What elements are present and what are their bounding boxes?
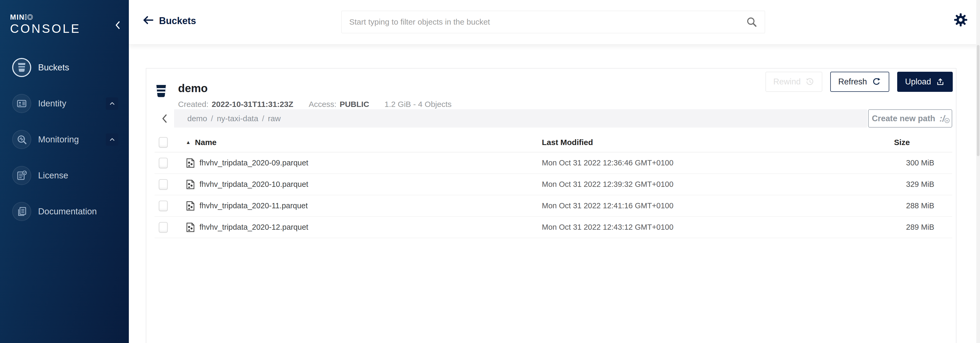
identity-icon (12, 94, 31, 113)
page-scrollbar[interactable] (976, 0, 980, 343)
table-header-row: ▲ Name Last Modified Size (154, 133, 952, 152)
bucket-name: demo (178, 83, 452, 94)
documentation-icon (12, 202, 31, 221)
chevron-left-icon (161, 114, 167, 123)
row-checkbox[interactable] (159, 158, 168, 168)
breadcrumb-item[interactable]: ny-taxi-data (217, 114, 258, 123)
object-size: 289 MiB (834, 223, 952, 231)
sidebar-item-label: Monitoring (38, 134, 79, 145)
sidebar-item-identity[interactable]: Identity (0, 86, 129, 121)
objects-table: ▲ Name Last Modified Size (154, 133, 952, 238)
page-title: Buckets (159, 15, 196, 27)
object-modified: Mon Oct 31 2022 12:39:32 GMT+0100 (542, 180, 834, 189)
create-new-path-button[interactable]: Create new path :/+ (868, 109, 952, 128)
table-row[interactable]: fhvhv_tripdata_2020-09.parquet Mon Oct 3… (154, 152, 952, 174)
upload-icon (936, 77, 945, 86)
object-file-icon (186, 179, 195, 190)
main-area: Buckets (129, 0, 980, 343)
object-modified: Mon Oct 31 2022 12:36:46 GMT+0100 (542, 158, 834, 167)
refresh-label: Refresh (838, 77, 867, 86)
object-file-icon (186, 158, 195, 168)
sidebar-item-license[interactable]: License (0, 158, 129, 193)
row-checkbox[interactable] (159, 179, 168, 190)
search-input[interactable] (349, 18, 746, 27)
sidebar-nav: Buckets Identity (0, 49, 129, 230)
object-size: 288 MiB (834, 201, 952, 210)
sidebar-item-label: License (38, 171, 68, 180)
sidebar-item-label: Documentation (38, 206, 97, 217)
path-bar: demo / ny-taxi-data / raw Create new pat… (154, 109, 952, 128)
bucket-panel: demo Created: 2022-10-31T11:31:23Z Acces… (146, 68, 956, 343)
breadcrumb-item[interactable]: demo (187, 114, 207, 123)
bucket-icon (12, 58, 31, 77)
settings-button[interactable] (953, 13, 968, 27)
upload-label: Upload (905, 77, 931, 86)
refresh-button[interactable]: Refresh (830, 72, 889, 92)
sidebar: MINIO CONSOLE Buckets (0, 0, 129, 343)
column-header-modified[interactable]: Last Modified (542, 138, 834, 147)
scrollbar-thumb[interactable] (977, 45, 980, 156)
sidebar-item-label: Buckets (38, 62, 69, 72)
row-checkbox[interactable] (159, 201, 168, 211)
name-header-label: Name (195, 138, 217, 147)
access-label: Access: (309, 100, 337, 109)
breadcrumb-separator: / (211, 114, 213, 123)
refresh-icon (872, 77, 881, 86)
sidebar-item-label: Identity (38, 99, 66, 108)
monitoring-icon (12, 130, 31, 149)
object-name: fhvhv_tripdata_2020-09.parquet (199, 158, 308, 167)
license-icon (12, 166, 31, 185)
chevron-up-icon[interactable] (106, 133, 118, 146)
logo-text-min: MIN (10, 13, 25, 21)
select-all-checkbox[interactable] (159, 137, 168, 148)
access-value: PUBLIC (340, 100, 369, 109)
object-name: fhvhv_tripdata_2020-10.parquet (199, 180, 308, 189)
table-row[interactable]: fhvhv_tripdata_2020-10.parquet Mon Oct 3… (154, 174, 952, 195)
object-filter-search (341, 11, 765, 34)
column-header-name[interactable]: ▲ Name (186, 138, 542, 147)
collapse-sidebar-button[interactable] (114, 21, 121, 30)
breadcrumb-item[interactable]: raw (268, 114, 280, 123)
object-name: fhvhv_tripdata_2020-12.parquet (199, 223, 308, 231)
table-row[interactable]: fhvhv_tripdata_2020-12.parquet Mon Oct 3… (154, 217, 952, 238)
column-header-size[interactable]: Size (834, 138, 952, 147)
chevron-up-icon[interactable] (106, 97, 118, 110)
back-arrow-icon (142, 15, 154, 26)
content-area: demo Created: 2022-10-31T11:31:23Z Acces… (129, 45, 980, 343)
object-size: 329 MiB (834, 180, 952, 189)
path-back-button[interactable] (154, 109, 174, 128)
usage-summary: 1.2 GiB - 4 Objects (385, 100, 451, 109)
sidebar-item-buckets[interactable]: Buckets (0, 49, 129, 86)
minio-logo: MINIO CONSOLE (10, 14, 81, 35)
bucket-meta: Created: 2022-10-31T11:31:23Z Access: PU… (178, 100, 452, 109)
sort-asc-icon: ▲ (186, 139, 191, 145)
back-button[interactable] (142, 15, 154, 26)
logo-text-console: CONSOLE (10, 22, 81, 35)
bucket-icon (155, 84, 167, 109)
logo-text-io: IO (25, 13, 33, 21)
settings-gear-icon (953, 13, 968, 27)
rewind-button[interactable]: Rewind (765, 72, 822, 92)
create-path-icon: :/+ (940, 113, 948, 124)
created-label: Created: (178, 100, 208, 109)
object-name: fhvhv_tripdata_2020-11.parquet (199, 201, 308, 210)
sidebar-item-documentation[interactable]: Documentation (0, 193, 129, 230)
rewind-icon (805, 77, 815, 86)
create-path-label: Create new path (872, 114, 935, 123)
sidebar-item-monitoring[interactable]: Monitoring (0, 121, 129, 158)
rewind-label: Rewind (773, 77, 800, 86)
object-size: 300 MiB (834, 158, 952, 167)
row-checkbox[interactable] (159, 222, 168, 233)
upload-button[interactable]: Upload (897, 72, 953, 92)
table-row[interactable]: fhvhv_tripdata_2020-11.parquet Mon Oct 3… (154, 195, 952, 217)
object-modified: Mon Oct 31 2022 12:43:12 GMT+0100 (542, 223, 834, 231)
topbar: Buckets (129, 0, 980, 45)
search-icon (746, 16, 757, 27)
object-file-icon (186, 201, 195, 211)
logo: MINIO CONSOLE (10, 14, 121, 35)
breadcrumb: demo / ny-taxi-data / raw (174, 109, 867, 128)
bucket-actions: Rewind Refresh (765, 72, 953, 92)
object-modified: Mon Oct 31 2022 12:41:16 GMT+0100 (542, 201, 834, 210)
chevron-left-icon (114, 21, 121, 30)
object-file-icon (186, 222, 195, 232)
